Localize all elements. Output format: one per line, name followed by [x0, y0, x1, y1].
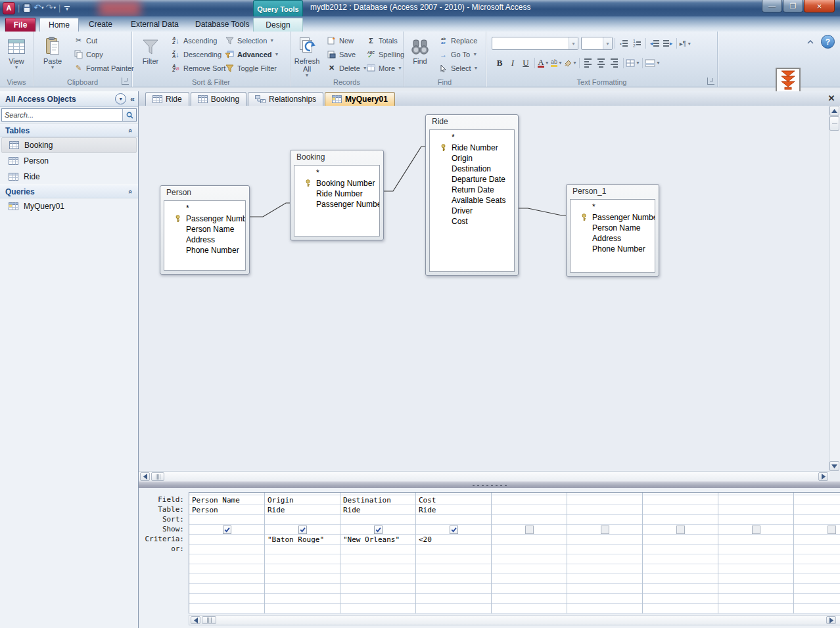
field-list-title[interactable]: Booking [291, 150, 383, 164]
close-document-icon[interactable]: ✕ [827, 93, 836, 102]
grid-empty-cell[interactable] [794, 574, 840, 584]
grid-empty-cell[interactable] [567, 604, 642, 614]
grid-or-cell[interactable] [265, 545, 340, 554]
grid-or-cell[interactable] [718, 545, 793, 554]
design-vertical-scrollbar[interactable] [829, 106, 840, 471]
spelling-button[interactable]: ABC✓Spelling [364, 47, 406, 61]
grid-sort-cell[interactable] [718, 515, 793, 525]
grid-criteria-cell[interactable] [189, 535, 264, 545]
grid-table-cell[interactable] [492, 505, 567, 515]
customize-qat-button[interactable]: ▾ [64, 6, 70, 11]
grid-empty-cell[interactable] [340, 564, 415, 574]
italic-button[interactable]: I [506, 56, 519, 69]
grid-empty-cell[interactable] [567, 594, 642, 604]
grid-sort-cell[interactable] [643, 515, 718, 525]
access-logo-icon[interactable]: A [3, 2, 15, 14]
nav-item-ride[interactable]: Ride [1, 169, 137, 185]
font-size-combo[interactable]: ▼ [581, 37, 613, 50]
grid-table-cell[interactable]: Ride [416, 505, 491, 515]
join-line[interactable] [519, 208, 566, 215]
grid-empty-cell[interactable] [340, 574, 415, 584]
download-overlay-icon[interactable] [776, 68, 801, 93]
grid-empty-cell[interactable] [189, 564, 264, 574]
doc-tab-ride[interactable]: Ride [145, 92, 189, 106]
grid-criteria-cell[interactable] [794, 535, 840, 545]
save-button[interactable] [22, 3, 32, 12]
grid-or-cell[interactable] [189, 545, 264, 554]
format-painter-button[interactable]: ✎Format Painter [72, 61, 136, 75]
grid-field-cell[interactable]: Cost [416, 495, 491, 505]
show-checkbox[interactable] [374, 526, 383, 534]
ascending-button[interactable]: AZ↓Ascending [169, 34, 227, 47]
grid-empty-cell[interactable] [189, 594, 264, 604]
grid-empty-cell[interactable] [416, 574, 491, 584]
grid-show-cell[interactable] [416, 525, 491, 535]
minimize-button[interactable]: — [762, 0, 782, 12]
tab-external-data[interactable]: External Data [122, 18, 187, 32]
grid-table-cell[interactable]: Ride [340, 505, 415, 515]
grid-empty-cell[interactable] [643, 574, 718, 584]
grid-empty-cell[interactable] [265, 584, 340, 594]
field-item[interactable]: Driver [430, 206, 514, 216]
nav-section-header[interactable]: Queries« [0, 185, 138, 198]
grid-show-cell[interactable] [189, 525, 264, 535]
field-item[interactable]: Cost [430, 216, 514, 227]
grid-show-cell[interactable] [567, 525, 642, 535]
restore-button[interactable]: ❐ [783, 0, 803, 12]
grid-empty-cell[interactable] [416, 604, 491, 614]
search-input[interactable]: Search... [1, 108, 137, 122]
minimize-ribbon-button[interactable] [805, 37, 816, 47]
grid-sort-cell[interactable] [189, 515, 264, 525]
grid-empty-cell[interactable] [492, 574, 567, 584]
selection-button[interactable]: Selection▼ [223, 34, 281, 47]
grid-or-cell[interactable] [567, 545, 642, 554]
horizontal-scroll-thumb[interactable] [151, 472, 164, 481]
doc-tab-myquery01[interactable]: MyQuery01 [325, 92, 395, 106]
grid-empty-cell[interactable] [643, 604, 718, 614]
remove-sort-button[interactable]: AZ⌀Remove Sort [169, 61, 227, 75]
grid-empty-cell[interactable] [492, 584, 567, 594]
show-checkbox[interactable] [828, 526, 836, 534]
grid-table-cell[interactable] [718, 505, 793, 515]
field-item[interactable]: Available Seats [430, 195, 514, 206]
grid-table-cell[interactable] [643, 505, 718, 515]
show-checkbox[interactable] [601, 526, 609, 534]
grid-criteria-cell[interactable] [492, 535, 567, 545]
grid-empty-cell[interactable] [265, 594, 340, 604]
new-record-button[interactable]: *New [325, 34, 369, 47]
grid-empty-cell[interactable] [643, 564, 718, 574]
filter-button[interactable]: Filter [137, 34, 164, 65]
field-item[interactable]: Ride Number [430, 143, 514, 153]
grid-empty-cell[interactable] [265, 554, 340, 564]
align-right-button[interactable] [608, 56, 621, 69]
grid-empty-cell[interactable] [643, 594, 718, 604]
decrease-indent-button[interactable]: ◂ [648, 37, 661, 50]
grid-show-cell[interactable] [718, 525, 793, 535]
grid-criteria-cell[interactable] [718, 535, 793, 545]
grid-empty-cell[interactable] [416, 584, 491, 594]
field-list-ride[interactable]: Ride*Ride NumberOriginDestinationDepartu… [425, 114, 519, 276]
nav-section-header[interactable]: Tables« [0, 123, 138, 137]
replace-button[interactable]: abacReplace [436, 34, 480, 47]
grid-sort-cell[interactable] [265, 515, 340, 525]
join-line[interactable] [250, 203, 290, 217]
numbering-button[interactable]: 12 [630, 37, 643, 50]
search-icon[interactable] [122, 109, 136, 121]
grid-or-cell[interactable] [794, 545, 840, 554]
find-button[interactable]: Find [408, 34, 432, 65]
tab-create[interactable]: Create [80, 18, 121, 32]
grid-table-cell[interactable]: Person [189, 505, 264, 515]
grid-sort-cell[interactable] [340, 515, 415, 525]
field-item[interactable]: Passenger Number [294, 199, 379, 210]
field-item[interactable]: Phone Number [571, 244, 655, 254]
grid-show-cell[interactable] [340, 525, 415, 535]
field-item[interactable]: Ride Number [294, 189, 379, 199]
field-item[interactable]: Passenger Number [164, 213, 245, 224]
align-left-button[interactable] [582, 56, 595, 69]
grid-empty-cell[interactable] [189, 574, 264, 584]
scroll-right-button[interactable] [826, 616, 836, 624]
view-button[interactable]: View ▼ [2, 34, 31, 70]
grid-empty-cell[interactable] [794, 584, 840, 594]
grid-empty-cell[interactable] [567, 564, 642, 574]
grid-table-cell[interactable]: Ride [265, 505, 340, 515]
